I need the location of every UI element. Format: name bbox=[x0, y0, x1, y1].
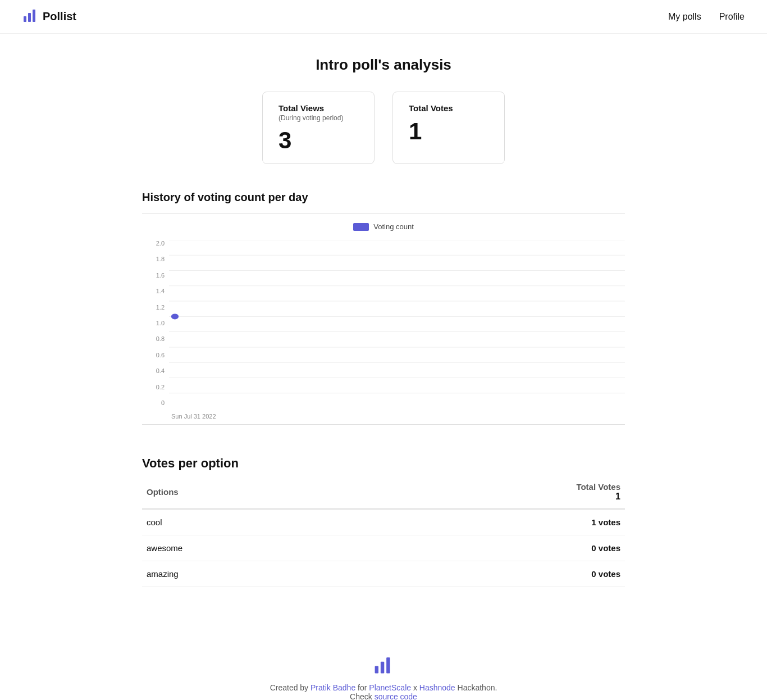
chart-plot: Sun Jul 31 2022 bbox=[169, 240, 625, 420]
profile-link[interactable]: Profile bbox=[719, 12, 745, 22]
y-axis-label: 1.0 bbox=[156, 320, 165, 326]
main-content: Intro poll's analysis Total Views (Durin… bbox=[131, 34, 636, 632]
y-axis: 2.01.81.61.41.21.00.80.60.40.20 bbox=[142, 240, 169, 420]
svg-rect-16 bbox=[381, 662, 384, 674]
svg-rect-0 bbox=[24, 16, 26, 22]
table-row: amazing 0 votes bbox=[142, 561, 625, 587]
chart-section: History of voting count per day Voting c… bbox=[142, 191, 625, 425]
footer-logo bbox=[11, 654, 756, 676]
svg-rect-15 bbox=[375, 666, 378, 674]
legend-color-swatch bbox=[353, 223, 369, 231]
option-cell: cool bbox=[142, 509, 364, 535]
svg-point-14 bbox=[171, 313, 179, 319]
table-row: cool 1 votes bbox=[142, 509, 625, 535]
footer-planetscale-link[interactable]: PlanetScale bbox=[369, 683, 411, 692]
y-axis-label: 1.2 bbox=[156, 304, 165, 311]
votes-cell: 1 votes bbox=[364, 509, 625, 535]
total-views-title: Total Views bbox=[279, 103, 358, 113]
table-row: awesome 0 votes bbox=[142, 535, 625, 561]
chart-svg bbox=[169, 240, 625, 408]
y-axis-label: 1.8 bbox=[156, 256, 165, 262]
y-axis-label: 0 bbox=[161, 399, 165, 406]
footer-text-line2: Check source code bbox=[11, 692, 756, 700]
total-views-value: 3 bbox=[279, 129, 358, 152]
footer-created-by: Created by bbox=[270, 683, 311, 692]
chart-wrapper: Voting count 2.01.81.61.41.21.00.80.60.4… bbox=[142, 213, 625, 425]
pollist-icon bbox=[22, 7, 38, 26]
col-total-votes-label: Total Votes bbox=[576, 482, 620, 492]
brand-name: Pollist bbox=[43, 10, 76, 23]
footer-author-link[interactable]: Pratik Badhe bbox=[311, 683, 355, 692]
y-axis-label: 0.6 bbox=[156, 352, 165, 358]
stats-row: Total Views (During voting period) 3 Tot… bbox=[142, 92, 625, 164]
total-votes-value: 1 bbox=[409, 120, 488, 143]
col-header-options: Options bbox=[142, 475, 364, 509]
votes-section: Votes per option Options Total Votes 1 c… bbox=[142, 456, 625, 587]
legend-label: Voting count bbox=[373, 222, 414, 231]
navbar: Pollist My polls Profile bbox=[0, 0, 767, 34]
total-views-card: Total Views (During voting period) 3 bbox=[262, 92, 375, 164]
y-axis-label: 0.2 bbox=[156, 384, 165, 390]
total-views-subtitle: (During voting period) bbox=[279, 114, 358, 122]
chart-title: History of voting count per day bbox=[142, 191, 625, 204]
option-cell: awesome bbox=[142, 535, 364, 561]
chart-legend: Voting count bbox=[142, 222, 625, 231]
svg-rect-17 bbox=[386, 657, 390, 673]
footer-source-link[interactable]: source code bbox=[375, 692, 417, 700]
footer-hashnode-link[interactable]: Hashnode bbox=[419, 683, 455, 692]
y-axis-label: 0.4 bbox=[156, 367, 165, 374]
y-axis-label: 0.8 bbox=[156, 335, 165, 342]
brand-logo[interactable]: Pollist bbox=[22, 7, 76, 26]
chart-inner: 2.01.81.61.41.21.00.80.60.40.20 bbox=[142, 240, 625, 420]
footer: Created by Pratik Badhe for PlanetScale … bbox=[0, 632, 767, 700]
y-axis-label: 1.4 bbox=[156, 288, 165, 294]
option-cell: amazing bbox=[142, 561, 364, 587]
total-votes-card: Total Votes 1 bbox=[392, 92, 505, 164]
footer-for: for bbox=[355, 683, 369, 692]
col-total-votes-value: 1 bbox=[615, 492, 620, 501]
y-axis-label: 1.6 bbox=[156, 272, 165, 279]
votes-section-title: Votes per option bbox=[142, 456, 625, 471]
x-label: Sun Jul 31 2022 bbox=[171, 413, 216, 420]
table-header-row: Options Total Votes 1 bbox=[142, 475, 625, 509]
votes-cell: 0 votes bbox=[364, 535, 625, 561]
footer-hackathon: Hackathon. bbox=[455, 683, 497, 692]
votes-cell: 0 votes bbox=[364, 561, 625, 587]
x-axis-labels: Sun Jul 31 2022 bbox=[169, 413, 625, 420]
svg-rect-1 bbox=[28, 13, 31, 22]
votes-table: Options Total Votes 1 cool 1 votes aweso… bbox=[142, 475, 625, 587]
y-axis-label: 2.0 bbox=[156, 240, 165, 247]
total-votes-title: Total Votes bbox=[409, 103, 488, 113]
svg-rect-2 bbox=[33, 10, 35, 22]
page-title: Intro poll's analysis bbox=[142, 56, 625, 74]
footer-x: x bbox=[411, 683, 419, 692]
footer-text-line1: Created by Pratik Badhe for PlanetScale … bbox=[11, 683, 756, 692]
my-polls-link[interactable]: My polls bbox=[668, 12, 701, 22]
nav-links: My polls Profile bbox=[668, 12, 745, 22]
footer-check: Check bbox=[350, 692, 375, 700]
col-header-total-votes: Total Votes 1 bbox=[364, 475, 625, 509]
